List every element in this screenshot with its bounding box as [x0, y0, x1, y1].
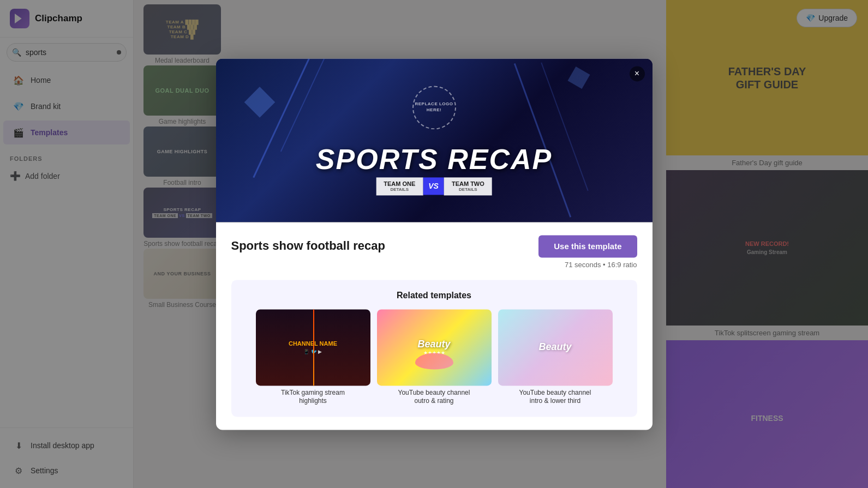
related-item-tiktok[interactable]: CHANNEL NAME 📱 🐦 ▶ TikTok gaming stream … — [256, 309, 370, 406]
related-thumb-tiktok: CHANNEL NAME 📱 🐦 ▶ — [256, 309, 370, 385]
modal-body: Sports show football recap Use this temp… — [216, 222, 653, 430]
modal-close-button[interactable]: × — [630, 66, 645, 81]
related-label-beauty1: YouTube beauty channel outro & rating — [398, 389, 470, 406]
preview-team-one: TEAM ONE DETAILS — [376, 177, 423, 195]
preview-logo-placeholder: REPLACE LOGO HERE! — [412, 86, 456, 129]
preview-vs: VS — [423, 177, 444, 195]
preview-team-one-name: TEAM ONE — [384, 180, 415, 187]
preview-team-two-details: DETAILS — [452, 187, 484, 192]
related-item-beauty2[interactable]: Beauty YouTube beauty channel intro & lo… — [498, 309, 613, 406]
related-templates-grid: CHANNEL NAME 📱 🐦 ▶ TikTok gaming stream … — [242, 309, 626, 406]
related-thumb-beauty1: Beauty ★★★★★ — [377, 309, 492, 385]
preview-team-one-details: DETAILS — [384, 187, 415, 192]
preview-title: SPORTS RECAP — [316, 143, 552, 176]
preview-team-two-name: TEAM TWO — [452, 180, 484, 187]
preview-teams: TEAM ONE DETAILS VS TEAM TWO DETAILS — [376, 177, 492, 195]
related-item-beauty1[interactable]: Beauty ★★★★★ YouTube beauty channel outr… — [377, 309, 492, 406]
related-templates-section: Related templates CHANNEL NAME 📱 🐦 ▶ Tik… — [231, 280, 637, 417]
modal-header-row: Sports show football recap Use this temp… — [231, 235, 637, 257]
related-title: Related templates — [242, 291, 626, 300]
modal-preview: REPLACE LOGO HERE! SPORTS RECAP TEAM ONE… — [216, 58, 653, 222]
modal-title: Sports show football recap — [231, 239, 385, 253]
preview-team-two: TEAM TWO DETAILS — [444, 177, 492, 195]
template-detail-modal: × REPLACE LOGO HERE! SPORTS RECAP TEAM O… — [216, 58, 653, 430]
related-label-beauty2: YouTube beauty channel intro & lower thi… — [519, 389, 591, 406]
related-label-tiktok: TikTok gaming stream highlights — [281, 389, 345, 406]
use-template-button[interactable]: Use this template — [538, 235, 637, 257]
preview-background — [216, 58, 653, 222]
modal-meta: 71 seconds • 16:9 ratio — [231, 261, 637, 269]
related-thumb-beauty2: Beauty — [498, 309, 613, 385]
